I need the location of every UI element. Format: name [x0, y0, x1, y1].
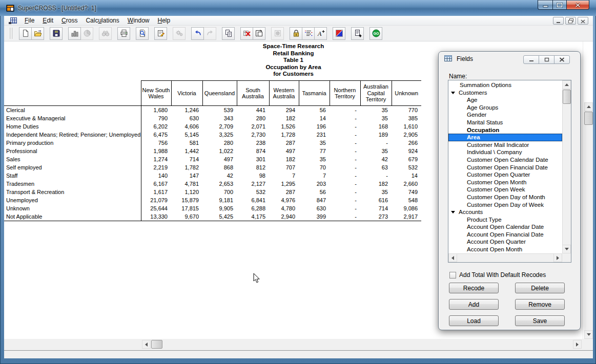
data-cell[interactable]: 196: [299, 122, 330, 131]
load-button[interactable]: Load: [449, 315, 499, 326]
data-cell[interactable]: 2,660: [392, 180, 421, 188]
data-cell[interactable]: -: [330, 131, 360, 139]
data-cell[interactable]: 7: [299, 172, 330, 180]
data-cell[interactable]: 287: [269, 188, 299, 196]
data-cell[interactable]: 168: [360, 122, 392, 131]
toolbar-grip[interactable]: [9, 28, 10, 39]
field-item-customer-open-quarter[interactable]: Customer Open Quarter: [448, 171, 562, 179]
mdi-minimize-button[interactable]: [553, 17, 564, 25]
scroll-up-button[interactable]: [584, 102, 593, 111]
data-cell[interactable]: 9,670: [171, 212, 202, 221]
data-cell[interactable]: 4,781: [171, 180, 202, 188]
data-cell[interactable]: 679: [392, 155, 421, 163]
toolbar-grip-2[interactable]: [11, 28, 12, 39]
lock-button[interactable]: [290, 27, 302, 40]
field-item-customer-mail-indicator[interactable]: Customer Mail Indicator: [448, 141, 562, 149]
data-cell[interactable]: 266: [392, 139, 421, 147]
fields-list-button[interactable]: [302, 27, 315, 40]
data-cell[interactable]: 15,879: [171, 196, 202, 204]
data-cell[interactable]: 497: [202, 155, 237, 163]
data-cell[interactable]: 273: [360, 212, 392, 221]
data-cell[interactable]: 441: [237, 106, 269, 115]
data-cell[interactable]: 13,330: [141, 212, 171, 221]
row-label[interactable]: Not Applicable: [4, 212, 141, 221]
data-cell[interactable]: 42: [360, 155, 392, 163]
data-cell[interactable]: -: [330, 172, 360, 180]
mdi-restore-button[interactable]: [565, 17, 576, 25]
recode-button[interactable]: Recode: [449, 283, 499, 293]
menu-file[interactable]: File: [20, 16, 38, 25]
field-item-account-open-financial-date[interactable]: Account Open Financial Date: [448, 231, 562, 239]
data-cell[interactable]: 2,709: [202, 122, 237, 131]
table-corner-cell[interactable]: [4, 81, 141, 106]
column-header-unknown[interactable]: Unknown: [392, 81, 421, 106]
column-header-northern-territory[interactable]: Northern Territory: [330, 81, 360, 106]
data-cell[interactable]: 790: [141, 114, 171, 122]
field-item-customer-open-week[interactable]: Customer Open Week: [448, 186, 562, 194]
field-item-customer-open-day-of-week[interactable]: Customer Open Day of Week: [448, 201, 562, 209]
data-cell[interactable]: 1,120: [171, 188, 202, 196]
data-cell[interactable]: 182: [269, 155, 299, 163]
data-cell[interactable]: 189: [360, 131, 392, 139]
data-cell[interactable]: 301: [237, 155, 269, 163]
save-button[interactable]: [50, 27, 63, 40]
menu-edit[interactable]: Edit: [38, 16, 57, 25]
data-cell[interactable]: 6,288: [237, 204, 269, 212]
font-size-button[interactable]: A: [314, 27, 327, 40]
dialog-close-button[interactable]: [554, 55, 570, 64]
delete-button[interactable]: Delete: [515, 283, 565, 293]
data-cell[interactable]: 868: [202, 163, 237, 172]
data-cell[interactable]: 1,022: [202, 147, 237, 155]
menu-calculations[interactable]: Calculations: [81, 16, 123, 25]
field-item-account-open-month[interactable]: Account Open Month: [448, 246, 562, 253]
data-cell[interactable]: 2,905: [392, 131, 421, 139]
field-item-individual-company[interactable]: Individual \ Company: [448, 148, 562, 156]
data-cell[interactable]: 182: [360, 180, 392, 188]
main-horizontal-scrollbar[interactable]: [142, 340, 582, 349]
data-cell[interactable]: 77: [299, 147, 330, 155]
data-cell[interactable]: 812: [237, 163, 269, 172]
data-cell[interactable]: 539: [202, 106, 237, 115]
data-cell[interactable]: 231: [299, 131, 330, 139]
field-item-summation-options[interactable]: Summation Options: [448, 81, 562, 89]
data-cell[interactable]: 56: [299, 106, 330, 115]
maximize-button[interactable]: [552, 0, 566, 10]
data-cell[interactable]: 35: [299, 155, 330, 163]
data-cell[interactable]: -: [330, 106, 360, 115]
data-cell[interactable]: 35: [360, 147, 392, 155]
row-label[interactable]: Tradesmen: [4, 180, 141, 188]
data-cell[interactable]: 874: [237, 147, 269, 155]
data-cell[interactable]: 98: [237, 172, 269, 180]
new-document-button[interactable]: [19, 27, 32, 40]
row-label[interactable]: Primary production: [4, 139, 141, 147]
data-cell[interactable]: 847: [299, 196, 330, 204]
data-cell[interactable]: 4,976: [269, 196, 299, 204]
row-label[interactable]: Transport & Recreation: [4, 188, 141, 196]
data-cell[interactable]: 287: [269, 139, 299, 147]
data-cell[interactable]: 1,617: [141, 188, 171, 196]
data-cell[interactable]: -: [330, 188, 360, 196]
data-cell[interactable]: 532: [392, 163, 421, 172]
data-cell[interactable]: 2,653: [202, 180, 237, 188]
data-cell[interactable]: 35: [360, 188, 392, 196]
row-label[interactable]: Unknown: [4, 204, 141, 212]
data-cell[interactable]: 7: [269, 172, 299, 180]
column-header-western-australia[interactable]: Western Australia: [269, 81, 299, 106]
dialog-minimize-button[interactable]: [523, 55, 539, 64]
menu-window[interactable]: Window: [124, 16, 154, 25]
field-item-area[interactable]: Area: [448, 134, 562, 141]
data-cell[interactable]: 9,086: [392, 204, 421, 212]
add-report-button[interactable]: [351, 27, 364, 40]
row-label[interactable]: Staff: [4, 172, 141, 180]
data-cell[interactable]: 343: [202, 114, 237, 122]
open-folder-button[interactable]: [31, 27, 44, 40]
data-cell[interactable]: -: [360, 172, 392, 180]
data-cell[interactable]: 1,246: [171, 106, 202, 115]
data-cell[interactable]: 35: [360, 114, 392, 122]
data-cell[interactable]: -: [330, 122, 360, 131]
data-cell[interactable]: 548: [392, 196, 421, 204]
data-cell[interactable]: 4,175: [237, 212, 269, 221]
data-cell[interactable]: 5,425: [202, 212, 237, 221]
data-cell[interactable]: 1,442: [171, 147, 202, 155]
data-cell[interactable]: 756: [141, 139, 171, 147]
